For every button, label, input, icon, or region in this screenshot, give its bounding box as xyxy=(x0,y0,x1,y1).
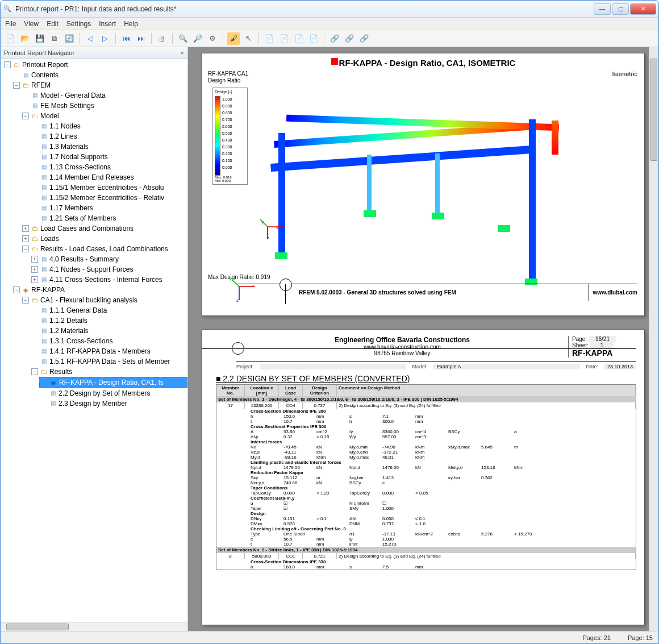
tree-item[interactable]: ▤1.14 Member End Releases xyxy=(30,172,187,182)
tree-rfem[interactable]: −🗀RFEM xyxy=(12,80,187,90)
tree-item[interactable]: +🗀Load Cases and Combinations xyxy=(21,223,187,234)
collapse-icon[interactable]: − xyxy=(22,297,29,304)
navigator-tree[interactable]: − 🗀 Printout Report ▤Contents −🗀RFEM ▤Mo… xyxy=(1,59,187,622)
pointer-icon[interactable]: ↖ xyxy=(242,32,255,45)
settings-icon[interactable]: ⚙ xyxy=(206,32,219,45)
tree-item[interactable]: +▤4.11 Cross-Sections - Internal Forces xyxy=(30,275,187,285)
expand-icon[interactable]: + xyxy=(31,266,38,273)
tree-item[interactable]: ▤1.4.1 RF-KAPPA Data - Members xyxy=(30,346,187,356)
app-icon: 🔍 xyxy=(3,5,12,14)
expand-icon[interactable]: + xyxy=(22,225,29,232)
navigator-close-icon[interactable]: × xyxy=(181,49,184,56)
table-row: 8 5800.000 CO1 0.721 2) Design according… xyxy=(216,553,636,559)
save-all-icon[interactable]: 🗎 xyxy=(48,32,61,45)
link1-icon[interactable]: 🔗 xyxy=(328,32,341,45)
tree-item[interactable]: ▤1.5.1 RF-KAPPA Data - Sets of Member xyxy=(30,356,187,367)
status-pages: Pages: 21 xyxy=(582,634,611,641)
expand-icon[interactable]: + xyxy=(31,276,38,283)
collapse-icon[interactable]: − xyxy=(22,246,29,252)
nav-scrollbar-h[interactable] xyxy=(1,622,187,631)
prev-icon[interactable]: ◁ xyxy=(84,32,97,45)
tree-item[interactable]: ▤1.3 Materials xyxy=(30,142,187,152)
doc4-icon[interactable]: 📄 xyxy=(307,32,320,45)
next-icon[interactable]: ▷ xyxy=(99,32,111,45)
refresh-icon[interactable]: 🔄 xyxy=(63,32,76,45)
link3-icon[interactable]: 🔗 xyxy=(358,32,370,45)
doc2-icon[interactable]: 📄 xyxy=(278,32,290,45)
tree-results2[interactable]: −🗀Results xyxy=(30,367,187,377)
tree-item[interactable]: ▤2.3 Design by Member xyxy=(39,398,187,409)
tree-item[interactable]: ▤1.2 Lines xyxy=(30,131,187,142)
scrollbar-thumb[interactable] xyxy=(6,624,69,630)
tree-item[interactable]: ▤1.17 Members xyxy=(30,203,187,213)
tree-item[interactable]: ▤1.1.2 Details xyxy=(30,315,187,326)
page-icon: ▤ xyxy=(31,102,39,110)
tree-model[interactable]: −🗀Model xyxy=(21,111,187,121)
tree-item[interactable]: ▤2.2 Design by Set of Members xyxy=(39,388,187,398)
first-icon[interactable]: ⏮ xyxy=(120,32,132,45)
menu-insert[interactable]: Insert xyxy=(99,20,116,28)
menu-file[interactable]: File xyxy=(5,20,16,28)
page-icon: ▤ xyxy=(40,194,48,202)
viewer-scrollbar-v[interactable] xyxy=(649,47,658,631)
toolbar-sep xyxy=(258,33,259,44)
color-legend: Design [-] 1.0000.9000.8000.7000.6000.50… xyxy=(212,88,248,185)
toolbar-sep xyxy=(324,33,324,44)
close-button[interactable]: ✕ xyxy=(630,3,656,15)
structure-render: x y z x y z xyxy=(270,93,616,286)
link2-icon[interactable]: 🔗 xyxy=(343,32,356,45)
tree-item[interactable]: ▤1.3.1 Cross-Sections xyxy=(30,336,187,346)
data-section: Cross-Section Dimensions IPE 330b160.0mm… xyxy=(216,559,636,570)
tree-item[interactable]: ▤1.2 Materials xyxy=(30,326,187,336)
expand-icon[interactable]: + xyxy=(31,256,38,263)
tree-item[interactable]: +▤4.1 Nodes - Support Forces xyxy=(30,264,187,275)
zoom-in-icon[interactable]: 🔍 xyxy=(177,32,189,45)
tree-ca1[interactable]: −🗀CA1 - Flexural buckling analysis xyxy=(21,295,187,305)
menu-help[interactable]: Help xyxy=(124,20,138,28)
collapse-icon[interactable]: − xyxy=(31,368,38,375)
collapse-icon[interactable]: − xyxy=(13,82,20,89)
tree-item[interactable]: ▤1.1 Nodes xyxy=(30,121,187,131)
tree-item[interactable]: ▤1.15/2 Member Eccentricities - Relativ xyxy=(30,193,187,203)
scrollbar-thumb[interactable] xyxy=(650,59,657,161)
maximize-button[interactable]: ▢ xyxy=(612,3,629,15)
save-icon[interactable]: 💾 xyxy=(34,32,46,45)
tree-item-selected[interactable]: ◉RF-KAPPA - Design Ratio, CA1, Is xyxy=(39,377,187,388)
menu-settings[interactable]: Settings xyxy=(66,20,91,28)
collapse-icon[interactable]: − xyxy=(13,286,20,293)
minimize-button[interactable]: — xyxy=(594,3,611,15)
page-icon: ▤ xyxy=(40,143,48,151)
tree-item[interactable]: +🗀Loads xyxy=(21,234,187,244)
tree-contents[interactable]: ▤Contents xyxy=(12,70,187,80)
page-icon: ▤ xyxy=(49,389,57,397)
open-icon[interactable]: 📂 xyxy=(19,32,31,45)
collapse-icon[interactable]: − xyxy=(22,113,29,119)
print-icon[interactable]: 🖨 xyxy=(156,32,168,45)
tree-root[interactable]: − 🗀 Printout Report xyxy=(3,60,187,70)
new-icon[interactable]: 📄 xyxy=(4,32,16,45)
report-viewer[interactable]: RF-KAPPA - Design Ratio, CA1, ISOMETRIC … xyxy=(188,47,658,631)
tree-item[interactable]: ▤1.21 Sets of Members xyxy=(30,213,187,223)
page-icon: ▤ xyxy=(40,306,48,314)
menu-edit[interactable]: Edit xyxy=(47,20,59,28)
tree-item[interactable]: +▤4.0 Results - Summary xyxy=(30,254,187,264)
status-page: Page: 15 xyxy=(628,634,653,641)
marker-icon xyxy=(331,58,338,65)
tree-results[interactable]: −🗀Results - Load Cases, Load Combination… xyxy=(21,244,187,254)
tree-item[interactable]: ▤1.7 Nodal Supports xyxy=(30,152,187,162)
collapse-icon[interactable]: − xyxy=(4,61,11,68)
expand-icon[interactable]: + xyxy=(22,235,29,242)
color-icon[interactable]: 🖌 xyxy=(227,32,240,45)
tree-item[interactable]: ▤Model - General Data xyxy=(21,90,187,101)
tree-item[interactable]: ▤1.13 Cross-Sections xyxy=(30,162,187,172)
menu-view[interactable]: View xyxy=(24,20,39,28)
tree-item[interactable]: ▤1.15/1 Member Eccentricities - Absolu xyxy=(30,182,187,193)
page-icon: ▤ xyxy=(40,317,48,325)
zoom-out-icon[interactable]: 🔎 xyxy=(191,32,204,45)
last-icon[interactable]: ⏭ xyxy=(135,32,147,45)
tree-item[interactable]: ▤FE Mesh Settings xyxy=(21,101,187,111)
tree-item[interactable]: ▤1.1.1 General Data xyxy=(30,305,187,315)
tree-rfkappa[interactable]: −◈RF-KAPPA xyxy=(12,285,187,295)
doc1-icon[interactable]: 📄 xyxy=(263,32,276,45)
doc3-icon[interactable]: 📄 xyxy=(293,32,305,45)
